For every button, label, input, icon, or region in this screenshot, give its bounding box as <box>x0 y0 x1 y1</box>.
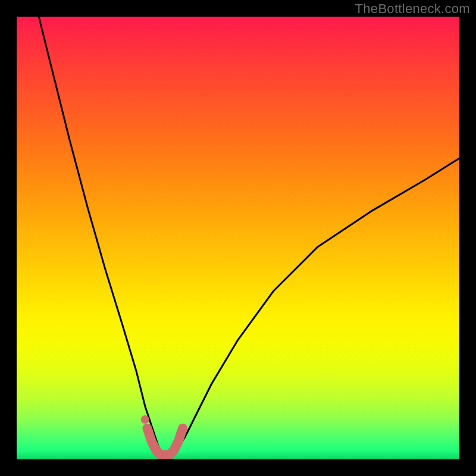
chart-frame: TheBottleneck.com <box>0 0 476 476</box>
plot-area <box>17 17 459 459</box>
bottleneck-curve <box>39 17 459 455</box>
watermark-text: TheBottleneck.com <box>355 1 470 17</box>
highlight-dot <box>141 415 149 424</box>
chart-overlay <box>17 17 459 459</box>
curve-layer <box>39 17 459 455</box>
highlight-segment <box>148 428 183 455</box>
